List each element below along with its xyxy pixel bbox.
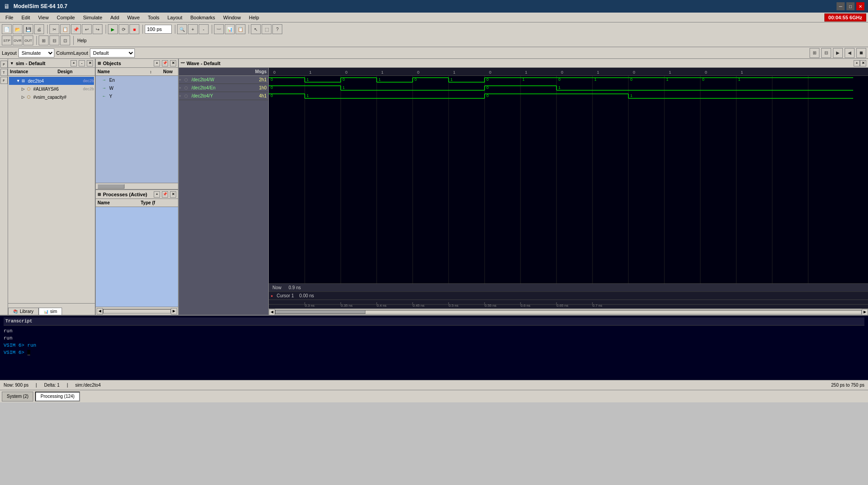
tree-expand-1[interactable]: ▼: [16, 79, 22, 83]
tb-run[interactable]: ▶: [108, 24, 118, 34]
svg-text:0: 0: [486, 93, 489, 98]
tb-step[interactable]: STP: [2, 35, 12, 45]
tb-copy[interactable]: 📋: [60, 24, 70, 34]
scrollbar-thumb-objects[interactable]: [98, 184, 125, 189]
tree-item-vsim-capacity[interactable]: ▷ ⬡ #vsim_capacity#: [9, 93, 94, 101]
menu-file[interactable]: File: [2, 14, 17, 21]
tree-item-dec2to4[interactable]: ▼ ⊞ dec2to4 dec2b: [9, 77, 94, 85]
close-button[interactable]: ✕: [856, 2, 864, 10]
wave-sig-W[interactable]: + ⬡ /dec2to4/W 2h1: [179, 76, 268, 84]
wave-display: 0 1 0 1 0 1 0 1 0 1 0 1 0 1: [269, 68, 868, 315]
tb-redo[interactable]: ↪: [93, 24, 102, 34]
wave-sig-expand-W[interactable]: +: [179, 78, 184, 82]
tb-undo[interactable]: ↩: [82, 24, 92, 34]
menu-wave[interactable]: Wave: [124, 14, 143, 21]
menu-help[interactable]: Help: [245, 14, 263, 21]
objects-panel-pin[interactable]: 📌: [162, 60, 168, 66]
tb-print[interactable]: 🖨: [34, 24, 44, 34]
side-tb-flow[interactable]: F: [0, 77, 8, 84]
processes-panel-close[interactable]: ✕: [170, 191, 176, 198]
tree-item-always[interactable]: ▷ ⬡ #ALWAYS#6 dec2b: [9, 85, 94, 93]
tb-save[interactable]: 💾: [23, 24, 33, 34]
obj-Y[interactable]: ← Y: [96, 92, 178, 100]
tb-cursor[interactable]: ↖: [251, 24, 261, 34]
tb-layout-5[interactable]: ⏹: [856, 48, 866, 58]
taskbar-system[interactable]: System (2): [2, 392, 33, 401]
menu-edit[interactable]: Edit: [18, 14, 34, 21]
wave-scroll-track[interactable]: [275, 310, 862, 314]
tb-waveform-fit[interactable]: ⊡: [60, 35, 70, 45]
wave-scroll-thumb[interactable]: [276, 310, 365, 314]
sim-panel-collapse[interactable]: -: [79, 60, 85, 66]
tb-step-out[interactable]: OUT: [23, 35, 33, 45]
tb-layout-3[interactable]: ▶: [833, 48, 843, 58]
wave-cursor-label: Cursor 1: [275, 293, 295, 298]
wave-scroll-right[interactable]: ▶: [862, 309, 868, 315]
tb-zoom-out[interactable]: -: [199, 24, 209, 34]
tb-zoom-in[interactable]: +: [188, 24, 198, 34]
tb-waveform-zoom-in[interactable]: ⊞: [39, 35, 49, 45]
menu-add[interactable]: Add: [107, 14, 123, 21]
tb-paste[interactable]: 📌: [71, 24, 81, 34]
tb-layout-4[interactable]: ◀: [845, 48, 855, 58]
wave-sig-En[interactable]: + ⬡ /dec2to4/En 1h0: [179, 84, 268, 92]
menu-simulate[interactable]: Simulate: [80, 14, 106, 21]
tb-zoom-full[interactable]: 🔍: [177, 24, 187, 34]
tb-help-btn[interactable]: ?: [272, 24, 282, 34]
tb-objects[interactable]: 📋: [236, 24, 245, 34]
scroll-right-btn[interactable]: ▶: [171, 308, 177, 314]
tb-step-over[interactable]: OVR: [13, 35, 22, 45]
wave-scroll-left[interactable]: ◀: [269, 309, 275, 315]
tb-layout-1[interactable]: ⊞: [810, 48, 819, 58]
tb-wave[interactable]: 〰: [214, 24, 224, 34]
toolbar-sep-7: [35, 36, 37, 45]
tb-cut[interactable]: ✂: [49, 24, 59, 34]
wave-panel-close[interactable]: ✕: [860, 60, 866, 66]
tb-select[interactable]: ⬚: [262, 24, 272, 34]
menu-layout[interactable]: Layout: [164, 14, 186, 21]
menu-view[interactable]: View: [35, 14, 53, 21]
objects-panel-expand[interactable]: +: [154, 60, 160, 66]
tree-expand-2[interactable]: ▷: [22, 87, 27, 91]
obj-W[interactable]: → W: [96, 84, 178, 92]
sim-panel-close[interactable]: ✕: [87, 60, 93, 66]
menu-window[interactable]: Window: [220, 14, 245, 21]
tree-expand-3[interactable]: ▷: [22, 95, 27, 99]
tb-layout-2[interactable]: ⊟: [821, 48, 831, 58]
tb-restart[interactable]: ⟳: [119, 24, 129, 34]
toolbar-sep-8: [72, 36, 74, 45]
tab-sim[interactable]: 📊 sim: [39, 308, 62, 315]
wave-sig-Y[interactable]: + ⬡ /dec2to4/Y 4h1: [179, 92, 268, 100]
tb-stop[interactable]: ■: [129, 24, 139, 34]
wave-cursor-icon: ●: [269, 294, 275, 298]
scroll-track-middle[interactable]: [103, 309, 171, 313]
scroll-left-btn[interactable]: ◀: [97, 308, 103, 314]
tb-new[interactable]: 📄: [2, 24, 12, 34]
wave-sig-expand-En[interactable]: +: [179, 86, 184, 90]
sim-panel-expand[interactable]: +: [71, 60, 77, 66]
minimize-button[interactable]: ─: [837, 2, 845, 10]
taskbar-processing[interactable]: Processing (124): [35, 392, 80, 401]
side-tb-ta[interactable]: T: [0, 69, 8, 76]
menu-tools[interactable]: Tools: [144, 14, 163, 21]
layout-select[interactable]: Simulate: [18, 48, 54, 57]
objects-scrollbar-h[interactable]: [96, 183, 178, 189]
objects-panel-close[interactable]: ✕: [170, 60, 176, 66]
menu-compile[interactable]: Compile: [53, 14, 78, 21]
timer-button[interactable]: 00:04:55 6GHz: [824, 13, 866, 22]
tb-waveform-zoom-out[interactable]: ⊟: [49, 35, 59, 45]
tab-library[interactable]: 📚 Library: [8, 308, 39, 315]
side-tb-pro[interactable]: P: [0, 61, 8, 68]
wave-panel-expand[interactable]: +: [854, 60, 860, 66]
processes-panel-expand[interactable]: +: [154, 191, 160, 198]
maximize-button[interactable]: □: [846, 2, 855, 10]
tb-log[interactable]: 📊: [225, 24, 235, 34]
time-input[interactable]: [145, 25, 172, 34]
objects-panel-title: Objects: [103, 61, 152, 66]
processes-panel-pin[interactable]: 📌: [162, 191, 168, 198]
obj-En[interactable]: → En: [96, 76, 178, 84]
column-layout-select[interactable]: Default: [90, 48, 135, 57]
wave-sig-expand-Y[interactable]: +: [179, 94, 184, 98]
tb-open[interactable]: 📂: [13, 24, 22, 34]
menu-bookmarks[interactable]: Bookmarks: [187, 14, 219, 21]
